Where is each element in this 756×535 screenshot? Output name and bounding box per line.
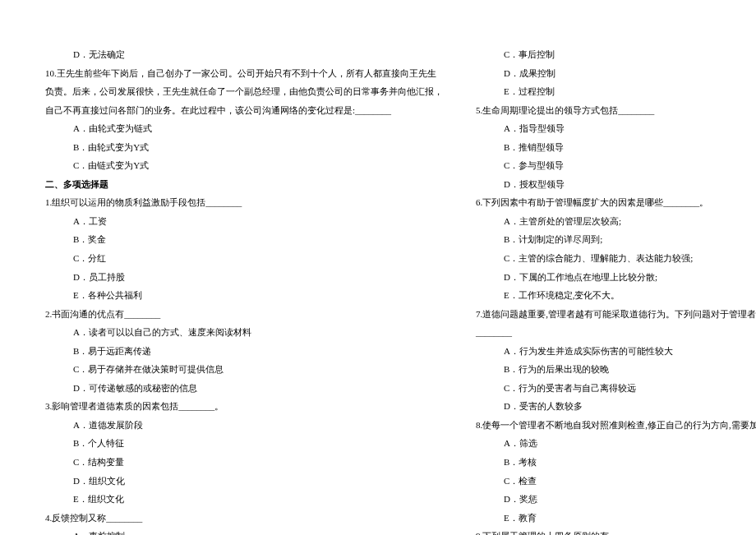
- option-item: B．由轮式变为Y式: [45, 138, 443, 157]
- question-2: 2.书面沟通的优点有________: [45, 305, 443, 324]
- right-column: C．事后控制 D．成果控制 E．过程控制 5.生命周期理论提出的领导方式包括__…: [476, 45, 756, 514]
- option-item: B．个人特征: [45, 434, 443, 453]
- option-item: D．授权型领导: [476, 175, 756, 194]
- question-6: 6.下列因素中有助于管理幅度扩大的因素是哪些________。: [476, 193, 756, 212]
- option-item: C．主管的综合能力、理解能力、表达能力较强;: [476, 249, 756, 268]
- option-item: A．行为发生并造成实际伤害的可能性较大: [476, 342, 756, 361]
- question-4: 4.反馈控制又称________: [45, 509, 443, 528]
- two-column-layout: D．无法确定 10.王先生前些年下岗后，自己创办了一家公司。公司开始只有不到十个…: [45, 45, 719, 514]
- option-item: E．工作环境稳定,变化不大。: [476, 286, 756, 305]
- option-item: D．员工持股: [45, 268, 443, 287]
- option-item: A．事前控制: [45, 527, 443, 535]
- option-item: B．行为的后果出现的较晚: [476, 360, 756, 379]
- option-item: C．分红: [45, 249, 443, 268]
- option-item: C．行为的受害者与自己离得较远: [476, 379, 756, 398]
- option-item: C．由链式变为Y式: [45, 156, 443, 175]
- option-item: C．事后控制: [476, 45, 756, 64]
- option-item: C．参与型领导: [476, 156, 756, 175]
- option-item: A．由轮式变为链式: [45, 119, 443, 138]
- option-item: D．成果控制: [476, 64, 756, 83]
- question-10-cont: 自己不再直接过问各部门的业务。在此过程中，该公司沟通网络的变化过程是:_____…: [45, 101, 443, 120]
- option-item: A．筛选: [476, 434, 756, 453]
- option-item: A．指导型领导: [476, 119, 756, 138]
- question-1: 1.组织可以运用的物质利益激励手段包括________: [45, 193, 443, 212]
- option-item: E．组织文化: [45, 490, 443, 509]
- option-item: B．推销型领导: [476, 138, 756, 157]
- section-title-multi-choice: 二、多项选择题: [45, 175, 443, 194]
- option-item: C．结构变量: [45, 453, 443, 472]
- left-column: D．无法确定 10.王先生前些年下岗后，自己创办了一家公司。公司开始只有不到十个…: [45, 45, 443, 514]
- option-item: A．读者可以以自己的方式、速度来阅读材料: [45, 323, 443, 342]
- option-item: D．下属的工作地点在地理上比较分散;: [476, 268, 756, 287]
- option-item: B．考核: [476, 453, 756, 472]
- option-item: A．道德发展阶段: [45, 416, 443, 435]
- question-7: 7.道德问题越重要,管理者越有可能采取道德行为。下列问题对于管理者而言道德问题强…: [476, 305, 756, 324]
- question-7-blank: ________: [476, 323, 756, 342]
- option-item: B．计划制定的详尽周到;: [476, 230, 756, 249]
- option-item: A．工资: [45, 212, 443, 231]
- option-item: B．奖金: [45, 230, 443, 249]
- option-item: C．检查: [476, 472, 756, 491]
- option-item: E．过程控制: [476, 82, 756, 101]
- option-item: D．组织文化: [45, 472, 443, 491]
- question-5: 5.生命周期理论提出的领导方式包括________: [476, 101, 756, 120]
- question-10: 10.王先生前些年下岗后，自己创办了一家公司。公司开始只有不到十个人，所有人都直…: [45, 64, 443, 83]
- option-item: A．主管所处的管理层次较高;: [476, 212, 756, 231]
- question-8: 8.使每一个管理者不断地自我对照准则检查,修正自己的行为方向,需要加强哪些方面_…: [476, 416, 756, 435]
- question-3: 3.影响管理者道德素质的因素包括________。: [45, 397, 443, 416]
- question-10-cont: 负责。后来，公司发展很快，王先生就任命了一个副总经理，由他负责公司的日常事务并向…: [45, 82, 443, 101]
- option-item: B．易于远距离传递: [45, 342, 443, 361]
- option-item: D．奖惩: [476, 490, 756, 509]
- option-item: C．易于存储并在做决策时可提供信息: [45, 360, 443, 379]
- option-item: D．无法确定: [45, 45, 443, 64]
- option-item: D．受害的人数较多: [476, 397, 756, 416]
- option-item: E．教育: [476, 509, 756, 528]
- question-9: 9.下列属于管理的十四条原则的有________。: [476, 527, 756, 535]
- option-item: D．可传递敏感的或秘密的信息: [45, 379, 443, 398]
- option-item: E．各种公共福利: [45, 286, 443, 305]
